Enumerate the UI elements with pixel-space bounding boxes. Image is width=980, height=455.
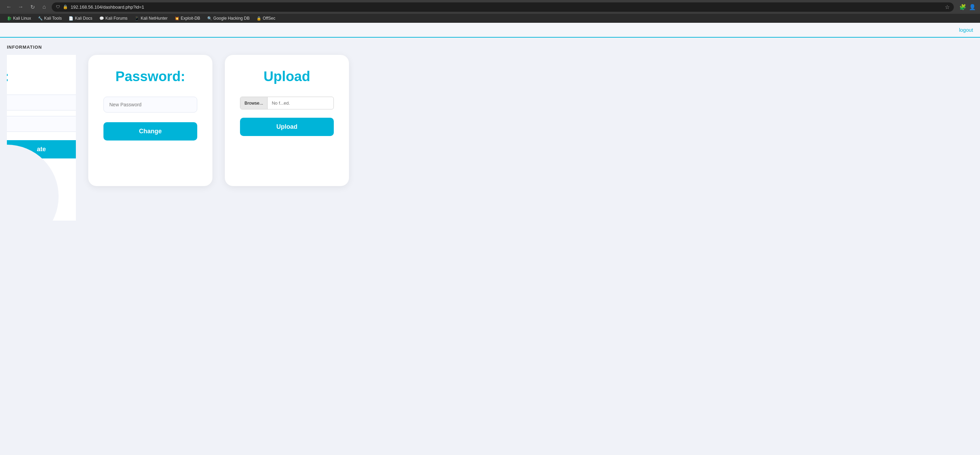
address-input[interactable]	[71, 5, 942, 10]
bookmark-kali-tools[interactable]: 🔧 Kali Tools	[35, 15, 64, 21]
bookmark-kali-linux[interactable]: 🐉 Kali Linux	[4, 15, 34, 21]
right-card: Upload Browse... No f...ed. Upload	[225, 55, 349, 186]
upload-button[interactable]: Upload	[240, 118, 334, 136]
kali-docs-icon: 📄	[68, 16, 73, 21]
back-button[interactable]: ←	[4, 2, 14, 12]
bookmark-offsec[interactable]: 🔒 OffSec	[254, 15, 278, 21]
nav-buttons: ← → ↻ ⌂	[4, 2, 49, 12]
bookmark-kali-nethunter[interactable]: 📱 Kali NetHunter	[132, 15, 170, 21]
browser-chrome: ← → ↻ ⌂ 🛡 🔒 ☆ 🧩 👤 🐉 Kali Linux 🔧 Kali To…	[0, 0, 980, 23]
bookmark-exploit-db-label: Exploit-DB	[181, 16, 200, 21]
kali-nethunter-icon: 📱	[134, 16, 139, 21]
bookmark-kali-forums-label: Kali Forums	[105, 16, 127, 21]
bookmarks-bar: 🐉 Kali Linux 🔧 Kali Tools 📄 Kali Docs 💬 …	[0, 14, 980, 23]
lock-icon: 🔒	[63, 5, 68, 9]
home-button[interactable]: ⌂	[39, 2, 49, 12]
browse-button[interactable]: Browse...	[240, 97, 267, 109]
google-hacking-db-icon: 🔍	[207, 16, 212, 21]
center-card-title: Password:	[103, 69, 197, 84]
left-card-input2[interactable]	[7, 116, 76, 132]
kali-tools-icon: 🔧	[38, 16, 43, 21]
logout-link[interactable]: logout	[959, 27, 973, 33]
bookmark-google-hacking-db[interactable]: 🔍 Google Hacking DB	[204, 15, 252, 21]
new-password-input[interactable]	[103, 97, 197, 113]
kali-forums-icon: 💬	[99, 16, 104, 21]
browser-actions: 🧩 👤	[959, 4, 976, 10]
shield-icon: 🛡	[56, 5, 60, 9]
bookmark-kali-docs[interactable]: 📄 Kali Docs	[66, 15, 95, 21]
page-wrapper: logout INFORMATION ails: ate Password:	[0, 23, 980, 453]
reload-button[interactable]: ↻	[28, 2, 37, 12]
top-bar: logout	[0, 23, 980, 38]
bookmark-star-icon[interactable]: ☆	[945, 4, 950, 10]
file-name-display: No f...ed.	[267, 97, 333, 109]
bookmark-offsec-label: OffSec	[263, 16, 275, 21]
bookmark-kali-tools-label: Kali Tools	[44, 16, 62, 21]
kali-linux-icon: 🐉	[7, 16, 12, 21]
left-card: ails: ate	[7, 55, 76, 220]
profile-icon[interactable]: 👤	[969, 4, 976, 10]
browser-toolbar: ← → ↻ ⌂ 🛡 🔒 ☆ 🧩 👤	[0, 0, 980, 14]
bookmark-google-hacking-db-label: Google Hacking DB	[213, 16, 250, 21]
forward-button[interactable]: →	[16, 2, 25, 12]
offsec-icon: 🔒	[256, 16, 261, 21]
right-card-title: Upload	[240, 69, 334, 84]
left-card-title: ails:	[7, 69, 76, 84]
sidebar-label: INFORMATION	[7, 45, 42, 50]
left-card-wrapper: ails: ate	[7, 55, 76, 220]
change-password-button[interactable]: Change	[103, 122, 197, 140]
exploit-db-icon: 💥	[175, 16, 179, 21]
bookmark-kali-forums[interactable]: 💬 Kali Forums	[97, 15, 130, 21]
file-input-wrapper: Browse... No f...ed.	[240, 97, 334, 109]
center-card: Password: Change	[88, 55, 212, 186]
bookmark-kali-nethunter-label: Kali NetHunter	[141, 16, 168, 21]
left-card-input1[interactable]	[7, 94, 76, 110]
extensions-icon[interactable]: 🧩	[959, 4, 966, 10]
bookmark-kali-linux-label: Kali Linux	[13, 16, 31, 21]
address-bar-container: 🛡 🔒 ☆	[52, 2, 954, 12]
bookmark-kali-docs-label: Kali Docs	[75, 16, 92, 21]
bookmark-exploit-db[interactable]: 💥 Exploit-DB	[172, 15, 203, 21]
